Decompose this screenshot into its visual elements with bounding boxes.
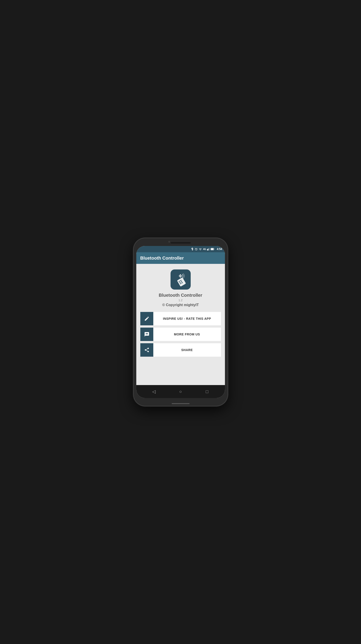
battery-icon — [211, 248, 215, 250]
wifi-icon — [199, 248, 202, 250]
bottom-pill — [172, 403, 190, 404]
status-icons: 4G 4:54 — [191, 248, 222, 251]
camera-dot — [168, 241, 170, 242]
rate-app-button[interactable]: INSPIRE US! - RATE THIS APP — [140, 312, 221, 325]
screen: 4G 4:54 Bluetooth Controller — [136, 246, 225, 398]
bluetooth-icon — [191, 248, 194, 251]
alarm-icon — [195, 248, 198, 251]
phone-device: 4G 4:54 Bluetooth Controller — [134, 238, 228, 406]
app-icon-container — [171, 270, 191, 290]
more-label: MORE FROM US — [174, 332, 200, 336]
svg-line-2 — [196, 249, 197, 250]
back-icon: ◁ — [152, 389, 156, 394]
svg-rect-9 — [211, 248, 213, 250]
rate-label: INSPIRE US! - RATE THIS APP — [163, 317, 211, 320]
rate-icon-bg — [140, 312, 153, 325]
svg-rect-10 — [177, 277, 186, 287]
app-bar: Bluetooth Controller — [136, 252, 225, 264]
more-label-area: MORE FROM US — [153, 328, 221, 341]
app-content: Bluetooth Controller 1.2 © Copyright mig… — [136, 264, 225, 385]
rate-label-area: INSPIRE US! - RATE THIS APP — [153, 312, 221, 325]
svg-rect-7 — [209, 248, 209, 250]
nav-bar: ◁ ○ □ — [136, 385, 225, 398]
more-from-us-button[interactable]: MORE FROM US — [140, 328, 221, 341]
4g-label: 4G — [203, 248, 206, 250]
share-button[interactable]: SHARE — [140, 343, 221, 357]
app-bar-title: Bluetooth Controller — [140, 256, 184, 261]
app-icon — [173, 272, 188, 287]
app-name: Bluetooth Controller — [159, 293, 202, 298]
app-version: 1.2 — [178, 298, 182, 302]
status-time: 4:54 — [217, 248, 222, 251]
recent-apps-button[interactable]: □ — [203, 387, 211, 396]
status-bar: 4G 4:54 — [136, 246, 225, 252]
home-button[interactable]: ○ — [176, 387, 185, 396]
edit-icon — [144, 316, 150, 321]
svg-rect-6 — [208, 248, 209, 250]
share-label: SHARE — [181, 348, 193, 352]
recent-icon: □ — [206, 389, 208, 394]
home-icon: ○ — [179, 389, 182, 394]
chat-icon — [144, 332, 150, 337]
share-icon — [144, 347, 150, 353]
signal-icon — [207, 248, 209, 250]
more-icon-bg — [140, 328, 153, 341]
app-copyright: © Copyright mightyIT — [162, 303, 199, 307]
svg-point-3 — [200, 250, 201, 250]
share-icon-bg — [140, 343, 153, 357]
back-button[interactable]: ◁ — [150, 387, 158, 396]
svg-rect-5 — [208, 249, 208, 250]
share-label-area: SHARE — [153, 343, 221, 357]
svg-rect-4 — [207, 249, 208, 250]
